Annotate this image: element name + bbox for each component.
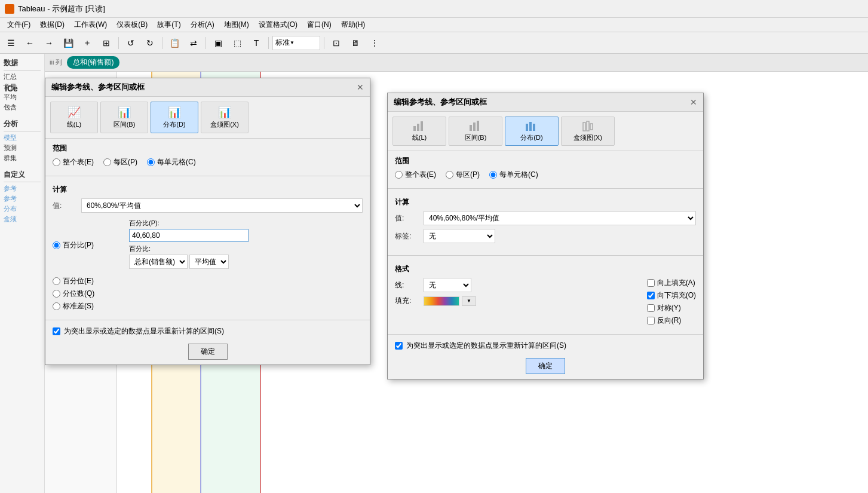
menu-help[interactable]: 帮助(H)	[336, 20, 370, 30]
check-fill-down-input[interactable]	[647, 292, 655, 299]
dialog-fg-ok-btn[interactable]: 确定	[526, 358, 565, 374]
dialog-fg-calc-section: 计算 值: 40%,60%,80%/平均值 标签: 无	[388, 192, 703, 252]
check-fill-down[interactable]: 向下填充(O)	[647, 290, 696, 301]
toolbar-sep-3	[206, 37, 206, 49]
sidebar-item-refline[interactable]: 参考	[4, 183, 41, 194]
dialog-fg-tab-band[interactable]: 区间(B)	[449, 117, 502, 146]
radio-quantile-bg[interactable]: 分位数(Q)	[53, 289, 363, 299]
menu-format[interactable]: 设置格式(O)	[254, 20, 302, 30]
dialog-fg-tab-line[interactable]: 线(L)	[392, 117, 446, 146]
pct-agg-select[interactable]: 平均值	[189, 255, 229, 269]
menu-file[interactable]: 文件(F)	[2, 20, 35, 30]
menu-worksheet[interactable]: 工作表(W)	[69, 20, 112, 30]
toolbar-duplicate-btn[interactable]: ⊞	[98, 35, 115, 51]
menu-analysis[interactable]: 分析(A)	[186, 20, 219, 30]
dialog-bg-value-select[interactable]: 60%,80%/平均值 40%,60%,80%/平均值	[81, 198, 363, 213]
sidebar-item-refband[interactable]: 参考	[4, 194, 41, 204]
radio-percentileE-bg[interactable]: 百分位(E)	[53, 276, 363, 286]
sidebar-refband-label: 参考	[4, 194, 17, 203]
dialog-bg-range-radios: 整个表(E) 每区(P) 每单元格(C)	[53, 157, 363, 167]
toolbar-label-btn[interactable]: T	[248, 35, 265, 51]
check-reverse[interactable]: 反向(R)	[647, 316, 696, 326]
dialog-fg-highlight-checkbox[interactable]	[395, 342, 403, 350]
dialog-bg[interactable]: 编辑参考线、参考区间或框 ✕ 📈 线(L) 📊 区间(B) 📊 分布(D) 📊 …	[45, 78, 370, 365]
menu-data[interactable]: 数据(D)	[35, 20, 69, 30]
sidebar-item-forecast[interactable]: 预测	[4, 143, 41, 153]
toolbar-present-btn[interactable]: ⊡	[328, 35, 345, 51]
radio-percentileE-label: 百分位(E)	[63, 276, 94, 286]
radio-per-cell-bg[interactable]: 每单元格(C)	[147, 157, 196, 167]
sidebar-item-include[interactable]: 包含	[4, 102, 41, 112]
percentile-input[interactable]	[129, 229, 249, 242]
radio-per-cell-fg[interactable]: 每单元格(C)	[489, 170, 538, 180]
check-fill-up-input[interactable]	[647, 279, 655, 287]
app-icon	[5, 4, 14, 14]
fill-swatch-fg: ▼	[424, 296, 476, 306]
dialog-bg-tab-line[interactable]: 📈 线(L)	[50, 102, 98, 133]
line-select-fg[interactable]: 无	[424, 278, 471, 292]
toolbar-add-btn[interactable]: ＋	[79, 35, 96, 51]
toolbar-forward-btn[interactable]: →	[41, 35, 57, 51]
radio-per-cell-fg-label: 每单元格(C)	[499, 170, 538, 180]
dialog-bg-ok-btn[interactable]: 确定	[188, 344, 228, 360]
dialog-fg-close-btn[interactable]: ✕	[690, 97, 697, 107]
menu-window[interactable]: 窗口(N)	[302, 20, 336, 30]
pct-field-select[interactable]: 总和(销售额)	[129, 255, 188, 269]
radio-whole-table-fg[interactable]: 整个表(E)	[395, 170, 436, 180]
toolbar-save-btn[interactable]: 💾	[60, 35, 76, 51]
toolbar-undo-btn[interactable]: ↺	[122, 35, 139, 51]
dialog-fg-tab-dist[interactable]: 分布(D)	[505, 117, 559, 146]
dialog-fg-label-select[interactable]: 无	[424, 229, 495, 243]
dialog-bg-tab-dist[interactable]: 📊 分布(D)	[151, 102, 198, 133]
sidebar-item-summary[interactable]: 汇总	[4, 72, 41, 82]
radio-per-pane-bg[interactable]: 每区(P)	[103, 157, 137, 167]
dialog-fg-tabs: 线(L) 区间(B)	[388, 112, 703, 151]
radio-percentile-bg[interactable]: 百分比(P)	[53, 219, 124, 271]
toolbar-share-btn[interactable]: ⋮	[366, 35, 383, 51]
toolbar-swap-btn[interactable]: ⇄	[185, 35, 202, 51]
swatch-dropdown-btn[interactable]: ▼	[462, 296, 476, 306]
sidebar-item-avg[interactable]: 平均	[4, 92, 41, 102]
dialog-fg-value-select[interactable]: 40%,60%,80%/平均值	[424, 211, 696, 225]
toolbar-redo-btn[interactable]: ↻	[142, 35, 158, 51]
radio-whole-table-bg[interactable]: 整个表(E)	[53, 157, 94, 167]
toolbar-new-sheet-btn[interactable]: 📋	[166, 35, 183, 51]
dialog-fg-value-label: 值:	[395, 213, 419, 223]
toolbar-device-btn[interactable]: 🖥	[347, 35, 364, 51]
menu-map[interactable]: 地图(M)	[219, 20, 254, 30]
sidebar-item-model[interactable]: 模型	[4, 133, 41, 143]
toolbar-fit-btn[interactable]: ▣	[210, 35, 226, 51]
dialog-bg-tab-box[interactable]: 📊 盒须图(X)	[201, 102, 249, 133]
check-reverse-label: 反向(R)	[657, 316, 682, 326]
radio-per-pane-fg[interactable]: 每区(P)	[446, 170, 480, 180]
dialog-bg-divider2	[45, 320, 370, 320]
swatch-gradient[interactable]	[424, 296, 459, 306]
check-reverse-input[interactable]	[647, 317, 655, 324]
menu-dashboard[interactable]: 仪表板(B)	[112, 20, 152, 30]
toolbar-standard-dropdown[interactable]: 标准	[272, 36, 320, 50]
svg-rect-2	[421, 121, 423, 131]
dialog-bg-highlight-checkbox[interactable]	[53, 327, 60, 335]
sidebar-item-cluster[interactable]: 群集	[4, 153, 41, 163]
calc-right-panel: 百分比(P): 百分比: 总和(销售额) 平均值	[129, 219, 363, 271]
menu-story[interactable]: 故事(T)	[152, 20, 185, 30]
sidebar-include-label: 包含	[4, 103, 17, 112]
check-fill-up[interactable]: 向上填充(A)	[647, 278, 696, 288]
toolbar-marks-btn[interactable]: ⬚	[229, 35, 246, 51]
dialog-bg-tab-band[interactable]: 📊 区间(B)	[100, 102, 148, 133]
sidebar-item-box[interactable]: 盒须	[4, 214, 41, 224]
fg-box-chart-icon	[581, 120, 595, 133]
check-symmetric-input[interactable]	[647, 304, 655, 312]
radio-stddev-bg[interactable]: 标准差(S)	[53, 301, 363, 311]
dialog-fg-tab-box[interactable]: 盒须图(X)	[561, 117, 615, 146]
radio-whole-table-fg-label: 整个表(E)	[405, 170, 436, 180]
dialog-bg-close-btn[interactable]: ✕	[357, 82, 364, 92]
dialog-fg[interactable]: 编辑参考线、参考区间或框 ✕ 线(L)	[387, 93, 704, 379]
toolbar-back-btn[interactable]: ←	[22, 35, 38, 51]
measure-pill[interactable]: 总和(销售额)	[67, 56, 119, 69]
sidebar-item-dist[interactable]: 分布	[4, 204, 41, 214]
check-symmetric[interactable]: 对称(Y)	[647, 303, 696, 313]
radio-per-pane-fg-label: 每区(P)	[456, 170, 480, 180]
toolbar-menu-btn[interactable]: ☰	[2, 35, 19, 51]
fill-row: 填充: ▼	[395, 296, 635, 306]
